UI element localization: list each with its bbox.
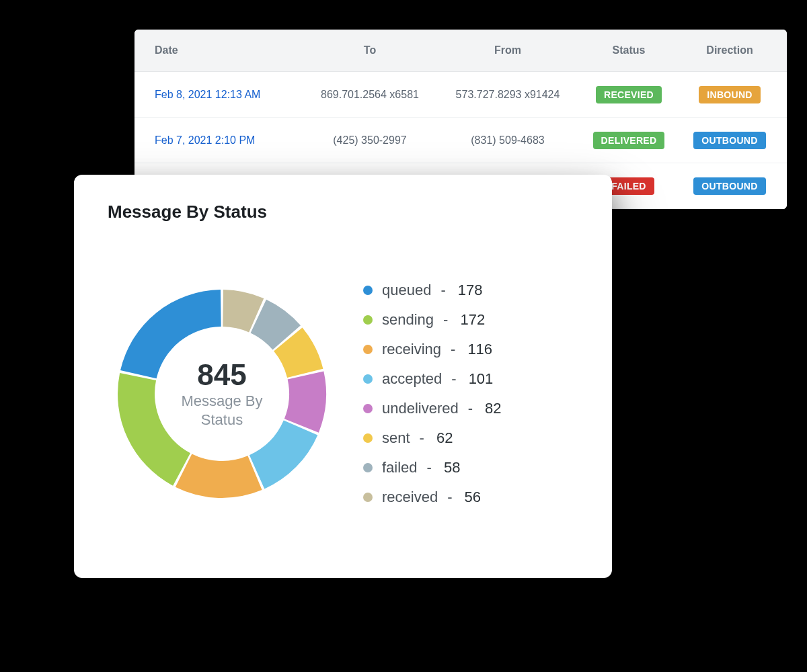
table-header-row: Date To From Status Direction: [134, 30, 787, 72]
legend-label: sent: [382, 429, 410, 447]
legend-dot-icon: [363, 345, 373, 354]
legend-value: 101: [466, 370, 494, 388]
legend-item-received[interactable]: received-56: [363, 489, 502, 506]
legend-value: 56: [461, 489, 480, 506]
legend-item-failed[interactable]: failed-58: [363, 459, 502, 476]
legend-item-undelivered[interactable]: undelivered-82: [363, 400, 502, 417]
direction-badge: OUTBOUND: [693, 132, 765, 149]
legend-label: sending: [382, 311, 434, 329]
donut-chart: 845 Message By Status: [108, 280, 336, 508]
legend-item-accepted[interactable]: accepted-101: [363, 370, 502, 388]
legend-label: undelivered: [382, 400, 459, 417]
cell-from: 573.727.8293 x91424: [437, 89, 578, 101]
legend-value: 178: [455, 282, 483, 299]
legend-dot-icon: [363, 433, 373, 443]
cell-date: Feb 7, 2021 2:10 PM: [134, 134, 303, 146]
legend-separator: -: [447, 489, 452, 506]
donut-slice-sending[interactable]: [118, 372, 190, 485]
legend-dot-icon: [363, 315, 373, 325]
legend-dot-icon: [363, 493, 373, 502]
legend-dot-icon: [363, 463, 373, 472]
donut-slice-accepted[interactable]: [249, 420, 317, 489]
date-link[interactable]: Feb 8, 2021 12:13 AM: [155, 89, 260, 100]
direction-badge: INBOUND: [699, 86, 760, 103]
donut-slice-receiving[interactable]: [176, 454, 262, 498]
cell-direction: OUTBOUND: [679, 132, 780, 149]
status-badge: DELIVERED: [593, 132, 665, 149]
legend-label: failed: [382, 459, 418, 476]
legend-label: receiving: [382, 341, 441, 358]
legend-separator: -: [443, 311, 448, 329]
cell-to: 869.701.2564 x6581: [303, 89, 437, 101]
legend-value: 172: [457, 311, 485, 329]
col-header-from: From: [437, 44, 578, 56]
col-header-date: Date: [134, 44, 303, 56]
donut-slice-undelivered[interactable]: [284, 371, 326, 432]
legend-separator: -: [427, 459, 432, 476]
cell-date: Feb 8, 2021 12:13 AM: [134, 89, 303, 101]
legend-separator: -: [420, 429, 424, 447]
legend-value: 82: [482, 400, 501, 417]
legend-label: accepted: [382, 370, 442, 388]
legend-item-sent[interactable]: sent-62: [363, 429, 502, 447]
legend-dot-icon: [363, 404, 373, 413]
cell-direction: INBOUND: [679, 86, 780, 103]
legend-item-sending[interactable]: sending-172: [363, 311, 502, 329]
date-link[interactable]: Feb 7, 2021 2:10 PM: [155, 134, 255, 146]
cell-status: RECEVIED: [578, 86, 679, 103]
donut-slice-queued[interactable]: [120, 290, 221, 378]
table-row: Feb 8, 2021 12:13 AM869.701.2564 x658157…: [134, 72, 787, 118]
legend-label: queued: [382, 282, 431, 299]
cell-to: (425) 350-2997: [303, 134, 437, 146]
col-header-to: To: [303, 44, 437, 56]
legend-dot-icon: [363, 286, 373, 295]
legend-item-receiving[interactable]: receiving-116: [363, 341, 502, 358]
message-by-status-card: Message By Status 845 Message By Status …: [74, 175, 612, 578]
col-header-status: Status: [578, 44, 679, 56]
cell-direction: OUTBOUND: [679, 177, 780, 195]
legend-label: received: [382, 489, 438, 506]
legend-value: 58: [441, 459, 460, 476]
col-header-direction: Direction: [679, 44, 780, 56]
cell-status: DELIVERED: [578, 132, 679, 149]
legend-value: 62: [434, 429, 453, 447]
legend-item-queued[interactable]: queued-178: [363, 282, 502, 299]
legend-value: 116: [465, 341, 492, 358]
card-title: Message By Status: [108, 202, 578, 222]
direction-badge: OUTBOUND: [693, 177, 765, 195]
legend-dot-icon: [363, 374, 373, 384]
table-row: Feb 7, 2021 2:10 PM(425) 350-2997(831) 5…: [134, 118, 787, 163]
status-badge: RECEVIED: [596, 86, 662, 103]
legend-separator: -: [451, 370, 456, 388]
cell-from: (831) 509-4683: [437, 134, 578, 146]
legend-separator: -: [468, 400, 473, 417]
legend-separator: -: [440, 282, 445, 299]
legend-separator: -: [451, 341, 455, 358]
chart-legend: queued-178sending-172receiving-116accept…: [363, 282, 502, 506]
